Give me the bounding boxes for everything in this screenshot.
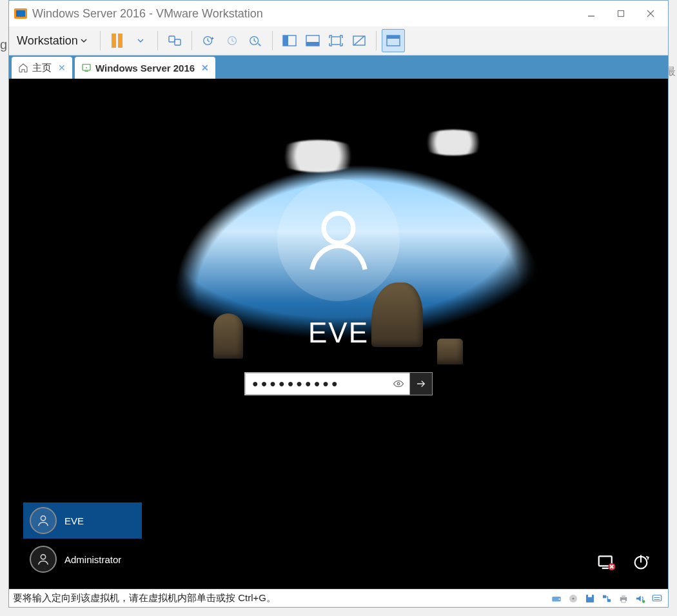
svg-point-23 (41, 516, 45, 521)
tab-home-close[interactable]: ✕ (58, 63, 66, 73)
svg-rect-3 (618, 11, 624, 17)
svg-point-22 (397, 383, 400, 385)
svg-point-24 (41, 555, 45, 559)
send-ctrl-alt-del-button[interactable] (163, 29, 186, 52)
background-char-left: g (0, 37, 7, 52)
tab-vm[interactable]: Windows Server 2016 ✕ (75, 57, 215, 79)
login-avatar (277, 179, 400, 301)
clock-plus-icon (202, 34, 216, 48)
account-tile-eve[interactable]: EVE (23, 502, 142, 539)
power-icon (632, 553, 650, 571)
workstation-menu[interactable]: Workstation (12, 32, 92, 50)
tab-vm-close[interactable]: ✕ (201, 63, 209, 73)
svg-rect-35 (603, 595, 606, 598)
titlebar: Windows Server 2016 - VMware Workstation (9, 1, 668, 26)
vmware-window: Windows Server 2016 - VMware Workstation… (8, 0, 669, 608)
user-icon (303, 204, 374, 275)
svg-rect-7 (175, 39, 181, 45)
expand-corners-icon (329, 35, 343, 46)
minimize-button[interactable] (576, 1, 606, 26)
window-title: Windows Server 2016 - VMware Workstation (32, 7, 576, 21)
toolbar-area: Workstation (9, 26, 668, 55)
view-fullscreen-button[interactable] (301, 29, 324, 52)
statusbar-hint: 要将输入定向到该虚拟机，请在虚拟机内部单击或按 Ctrl+G。 (13, 592, 276, 604)
tab-home-label: 主页 (32, 62, 52, 74)
svg-point-40 (642, 600, 645, 603)
maximize-button[interactable] (606, 1, 636, 26)
vm-icon (81, 63, 92, 73)
svg-rect-19 (387, 35, 400, 39)
pause-icon (112, 34, 123, 48)
view-unity-button[interactable] (324, 29, 348, 52)
clock-wrench-icon (248, 34, 262, 48)
printer-icon[interactable] (616, 591, 631, 606)
svg-point-21 (324, 214, 353, 243)
cd-icon[interactable] (566, 591, 580, 606)
account-avatar (30, 507, 57, 534)
svg-rect-12 (283, 35, 288, 46)
power-menu-button[interactable] (129, 29, 152, 52)
separator (100, 31, 101, 50)
workstation-menu-label: Workstation (17, 34, 78, 48)
split-left-icon (282, 35, 297, 46)
separator (272, 31, 273, 50)
user-icon (36, 552, 50, 566)
account-name: Administrator (64, 554, 121, 565)
svg-rect-1 (16, 10, 25, 17)
pause-vm-button[interactable] (106, 29, 129, 52)
harddisk-icon[interactable] (549, 591, 564, 606)
home-icon (18, 63, 28, 73)
tab-home[interactable]: 主页 ✕ (12, 57, 72, 79)
svg-point-32 (573, 597, 574, 599)
password-submit-button[interactable] (409, 372, 433, 395)
login-username: EVE (308, 317, 369, 349)
user-icon (36, 513, 50, 528)
floppy-icon[interactable] (583, 591, 597, 606)
network-button[interactable] (594, 550, 618, 573)
svg-line-17 (354, 36, 364, 45)
snapshot-take-button[interactable] (197, 29, 221, 52)
separator (157, 31, 158, 50)
svg-rect-15 (331, 37, 340, 45)
password-row (244, 372, 433, 395)
view-console-button[interactable] (382, 29, 405, 52)
login-utility-icons (594, 550, 652, 573)
account-avatar (30, 546, 57, 573)
device-status-icons (549, 591, 664, 606)
clock-back-icon (225, 34, 239, 48)
screen-slash-icon (352, 35, 366, 46)
view-stretch-button[interactable] (348, 29, 371, 52)
power-options-button[interactable] (629, 550, 652, 573)
message-icon[interactable] (650, 591, 664, 606)
close-button[interactable] (636, 1, 665, 26)
svg-rect-6 (169, 36, 175, 42)
view-show-console-button[interactable] (278, 29, 301, 52)
svg-rect-38 (622, 595, 625, 597)
main-toolbar: Workstation (9, 26, 668, 55)
password-wrap (244, 372, 409, 395)
sound-icon[interactable] (633, 591, 647, 606)
snapshot-revert-button[interactable] (221, 29, 244, 52)
account-list: EVE Administrator (23, 502, 142, 577)
account-name: EVE (64, 515, 84, 526)
svg-rect-39 (622, 599, 625, 602)
network-disconnected-icon (596, 552, 616, 571)
tab-bar: 主页 ✕ Windows Server 2016 ✕ (9, 55, 668, 79)
chevron-down-icon (81, 37, 87, 44)
console-icon (386, 35, 400, 46)
svg-rect-34 (588, 595, 592, 597)
chevron-down-icon (137, 37, 144, 44)
screen-bottom-icon (306, 35, 320, 46)
separator (376, 31, 377, 50)
password-input[interactable] (244, 372, 409, 395)
vmware-app-icon (13, 6, 28, 21)
vm-viewport[interactable]: EVE EVE (9, 79, 668, 589)
svg-point-30 (558, 598, 560, 599)
svg-rect-14 (306, 42, 319, 46)
snapshot-manager-button[interactable] (244, 29, 267, 52)
tab-vm-label: Windows Server 2016 (95, 63, 195, 74)
account-tile-administrator[interactable]: Administrator (23, 541, 142, 577)
network-adapter-icon[interactable] (600, 591, 614, 606)
password-reveal-button[interactable] (391, 377, 406, 391)
statusbar: 要将输入定向到该虚拟机，请在虚拟机内部单击或按 Ctrl+G。 (9, 589, 668, 607)
